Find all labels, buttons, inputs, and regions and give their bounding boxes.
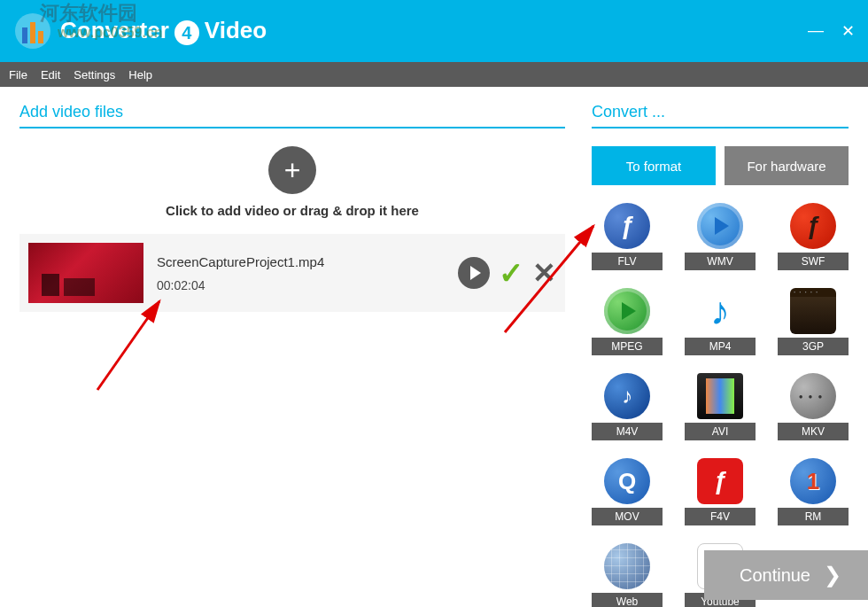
title-badge: 4 xyxy=(174,20,199,45)
format-mov[interactable]: MOV xyxy=(592,458,663,525)
file-actions: ✓ ✕ xyxy=(458,255,556,291)
avi-icon xyxy=(697,373,743,419)
format-label: MP4 xyxy=(685,338,756,355)
convert-panel: Convert ... To format For hardware FLVWM… xyxy=(592,103,849,565)
convert-title: Convert ... xyxy=(592,103,849,128)
format-avi[interactable]: AVI xyxy=(685,373,756,440)
continue-label: Continue xyxy=(740,565,810,586)
format-label: AVI xyxy=(685,423,756,440)
format-web[interactable]: Web xyxy=(592,543,663,607)
svg-rect-2 xyxy=(30,22,35,43)
format-label: RM xyxy=(778,508,849,525)
mkv-icon xyxy=(790,373,836,419)
svg-rect-3 xyxy=(38,31,43,43)
file-name: ScreenCaptureProject1.mp4 xyxy=(157,254,458,269)
format-label: MKV xyxy=(778,423,849,440)
format-label: FLV xyxy=(592,253,663,270)
video-thumbnail xyxy=(28,243,143,303)
menubar: File Edit Settings Help xyxy=(0,62,868,87)
add-files-title: Add video files xyxy=(19,103,565,128)
check-icon[interactable]: ✓ xyxy=(499,255,523,291)
web-icon xyxy=(604,543,650,589)
f4v-icon xyxy=(697,458,743,504)
titlebar: Converter4Video 河东软件园 www.pc0359.cn — ✕ xyxy=(0,0,868,62)
flv-icon xyxy=(604,203,650,249)
format-label: 3GP xyxy=(778,338,849,355)
mp4-icon xyxy=(697,288,743,334)
add-files-panel: Add video files + Click to add video or … xyxy=(19,103,565,565)
format-label: M4V xyxy=(592,423,663,440)
mpeg-icon xyxy=(604,288,650,334)
drop-zone[interactable]: + Click to add video or drag & drop it h… xyxy=(19,146,565,218)
format-flv[interactable]: FLV xyxy=(592,203,663,270)
wmv-icon xyxy=(697,203,743,249)
menu-file[interactable]: File xyxy=(9,68,27,82)
file-duration: 00:02:04 xyxy=(157,278,458,292)
file-item[interactable]: ScreenCaptureProject1.mp4 00:02:04 ✓ ✕ xyxy=(19,234,565,312)
tab-to-format[interactable]: To format xyxy=(592,146,716,185)
menu-help[interactable]: Help xyxy=(128,68,152,82)
format-swf[interactable]: SWF xyxy=(778,203,849,270)
format-grid: FLVWMVSWFMPEGMP43GPM4VAVIMKVMOVF4VRMWebY… xyxy=(592,203,849,607)
format-wmv[interactable]: WMV xyxy=(685,203,756,270)
window-controls: — ✕ xyxy=(808,21,855,41)
add-video-button[interactable]: + xyxy=(268,146,316,194)
format-label: WMV xyxy=(685,253,756,270)
continue-button[interactable]: Continue ❯ xyxy=(704,550,868,600)
watermark-url: www.pc0359.cn xyxy=(58,25,163,41)
swf-icon xyxy=(790,203,836,249)
format-3gp[interactable]: 3GP xyxy=(778,288,849,355)
remove-button[interactable]: ✕ xyxy=(532,256,556,290)
format-mp4[interactable]: MP4 xyxy=(685,288,756,355)
menu-edit[interactable]: Edit xyxy=(41,68,60,82)
play-button[interactable] xyxy=(458,257,490,289)
format-mpeg[interactable]: MPEG xyxy=(592,288,663,355)
tab-for-hardware[interactable]: For hardware xyxy=(725,146,849,185)
format-rm[interactable]: RM xyxy=(778,458,849,525)
3gp-icon xyxy=(790,288,836,334)
svg-rect-1 xyxy=(22,27,27,43)
format-label: MPEG xyxy=(592,338,663,355)
drop-hint: Click to add video or drag & drop it her… xyxy=(19,203,565,218)
m4v-icon xyxy=(604,373,650,419)
format-label: F4V xyxy=(685,508,756,525)
watermark-text: 河东软件园 xyxy=(40,0,137,27)
format-label: SWF xyxy=(778,253,849,270)
format-label: Web xyxy=(592,593,663,607)
chevron-right-icon: ❯ xyxy=(824,563,841,588)
rm-icon xyxy=(790,458,836,504)
minimize-button[interactable]: — xyxy=(808,21,824,41)
format-label: MOV xyxy=(592,508,663,525)
convert-tabs: To format For hardware xyxy=(592,146,849,185)
close-button[interactable]: ✕ xyxy=(841,21,855,41)
file-info: ScreenCaptureProject1.mp4 00:02:04 xyxy=(157,254,458,292)
mov-icon xyxy=(604,458,650,504)
format-mkv[interactable]: MKV xyxy=(778,373,849,440)
plus-icon: + xyxy=(284,156,301,184)
format-m4v[interactable]: M4V xyxy=(592,373,663,440)
format-f4v[interactable]: F4V xyxy=(685,458,756,525)
menu-settings[interactable]: Settings xyxy=(74,68,115,82)
